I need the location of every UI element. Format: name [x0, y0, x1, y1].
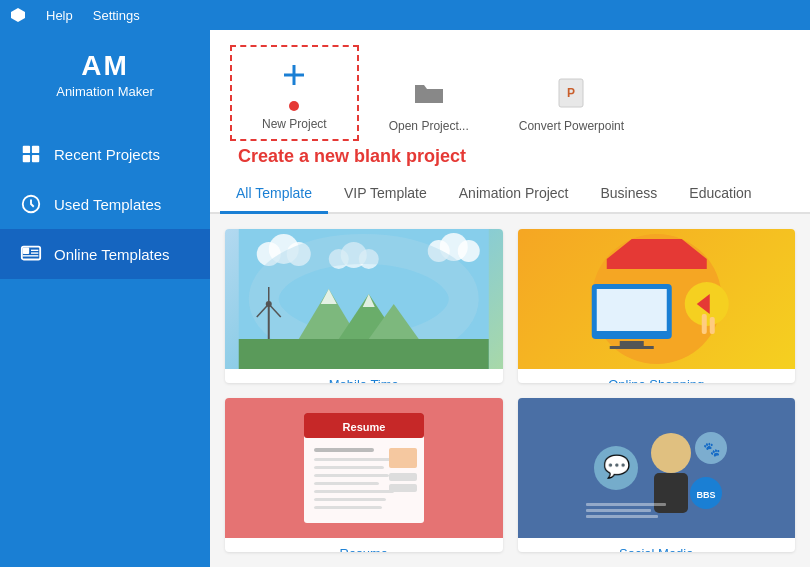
action-buttons: New Project Open Project... [230, 45, 790, 141]
svg-rect-2 [32, 146, 39, 153]
sidebar-label-recent: Recent Projects [54, 146, 160, 163]
sidebar-label-online: Online Templates [54, 246, 170, 263]
svg-rect-4 [32, 155, 39, 162]
tab-business[interactable]: Business [585, 175, 674, 214]
svg-marker-39 [606, 239, 706, 259]
template-name-resume: Resume [225, 538, 503, 552]
svg-rect-46 [701, 314, 706, 334]
svg-rect-57 [314, 498, 386, 501]
template-name-online-shopping: Online Shopping [518, 369, 796, 383]
svg-rect-47 [709, 317, 714, 334]
svg-rect-52 [314, 458, 394, 461]
logo-text: AM [81, 50, 129, 82]
convert-powerpoint-button[interactable]: P Convert Powerpoint [499, 65, 644, 141]
svg-rect-60 [389, 473, 417, 481]
app-icon [10, 7, 26, 23]
svg-rect-1 [23, 146, 30, 153]
tab-education[interactable]: Education [673, 175, 767, 214]
sidebar-item-used[interactable]: Used Templates [0, 179, 210, 229]
logo-area: AM Animation Maker [56, 50, 154, 99]
svg-rect-61 [389, 484, 417, 492]
action-bar: New Project Open Project... [210, 30, 810, 175]
template-thumb-social: 💬 🐾 BBS [518, 398, 796, 538]
online-icon [20, 243, 42, 265]
template-thumb-resume: Resume [225, 398, 503, 538]
new-project-label: New Project [262, 117, 327, 131]
svg-rect-7 [23, 248, 29, 254]
svg-rect-56 [314, 490, 394, 493]
sidebar-nav: Recent Projects Used Templates Online Te… [0, 129, 210, 279]
new-project-icon [274, 55, 314, 95]
svg-rect-43 [609, 346, 653, 349]
template-name-mobile-time: Mobile Time [225, 369, 503, 383]
open-project-button[interactable]: Open Project... [369, 65, 489, 141]
svg-point-24 [458, 240, 480, 262]
settings-menu[interactable]: Settings [93, 8, 140, 23]
svg-text:🐾: 🐾 [703, 441, 721, 458]
sidebar: AM Animation Maker Recent Projects Used … [0, 30, 210, 567]
sidebar-item-online[interactable]: Online Templates [0, 229, 210, 279]
convert-label: Convert Powerpoint [519, 119, 624, 133]
svg-rect-55 [314, 482, 379, 485]
logo-subtitle: Animation Maker [56, 84, 154, 99]
tab-vip[interactable]: VIP Template [328, 175, 443, 214]
red-dot [289, 101, 299, 111]
svg-rect-58 [314, 506, 382, 509]
svg-rect-71 [586, 503, 666, 506]
used-icon [20, 193, 42, 215]
template-thumb-online-shopping [518, 229, 796, 369]
svg-rect-38 [606, 259, 706, 269]
svg-rect-59 [389, 448, 417, 468]
svg-text:💬: 💬 [603, 453, 631, 480]
template-card-mobile-time[interactable]: Mobile Time [225, 229, 503, 383]
new-project-button[interactable]: New Project [230, 45, 359, 141]
svg-rect-53 [314, 466, 384, 469]
template-name-social: Social Media [518, 538, 796, 552]
svg-point-63 [651, 433, 691, 473]
recent-icon [20, 143, 42, 165]
create-hint: Create a new blank project [230, 141, 790, 175]
open-project-icon [409, 73, 449, 113]
sidebar-item-recent[interactable]: Recent Projects [0, 129, 210, 179]
svg-rect-64 [654, 473, 688, 513]
template-grid: Mobile Time [210, 214, 810, 567]
menu-bar: Help Settings [0, 0, 810, 30]
template-card-social[interactable]: 💬 🐾 BBS Social Media [518, 398, 796, 552]
template-card-resume[interactable]: Resume [225, 398, 503, 552]
svg-rect-54 [314, 474, 389, 477]
tab-animation[interactable]: Animation Project [443, 175, 585, 214]
main-layout: AM Animation Maker Recent Projects Used … [0, 30, 810, 567]
template-thumb-mobile-time [225, 229, 503, 369]
svg-rect-41 [596, 289, 666, 331]
template-card-online-shopping[interactable]: Online Shopping [518, 229, 796, 383]
svg-text:BBS: BBS [697, 490, 716, 500]
svg-rect-73 [586, 515, 658, 518]
svg-rect-72 [586, 509, 651, 512]
svg-rect-51 [314, 448, 374, 452]
svg-text:P: P [567, 86, 575, 100]
help-menu[interactable]: Help [46, 8, 73, 23]
convert-icon: P [551, 73, 591, 113]
svg-rect-26 [239, 339, 489, 369]
open-project-label: Open Project... [389, 119, 469, 133]
content-area: New Project Open Project... [210, 30, 810, 567]
tabs-bar: All Template VIP Template Animation Proj… [210, 175, 810, 214]
tab-all[interactable]: All Template [220, 175, 328, 214]
svg-text:Resume: Resume [342, 421, 385, 433]
sidebar-label-used: Used Templates [54, 196, 161, 213]
svg-rect-3 [23, 155, 30, 162]
svg-marker-0 [11, 8, 25, 22]
